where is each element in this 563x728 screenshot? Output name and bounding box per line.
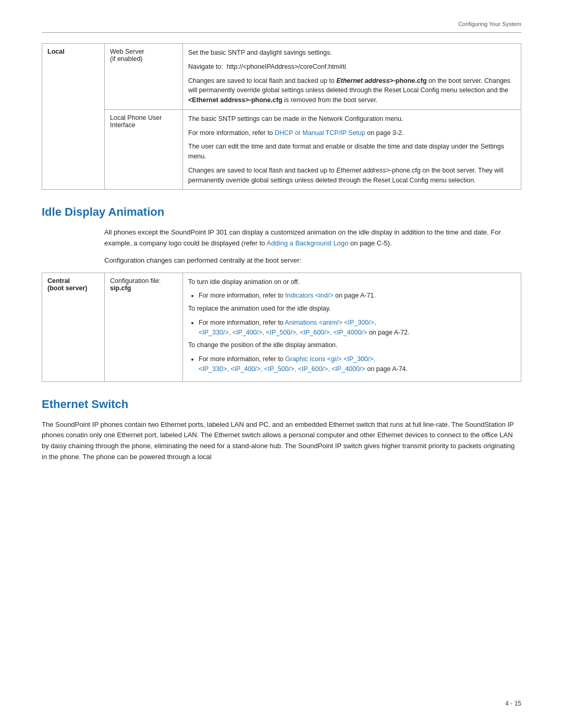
local-settings-table: Local Web Server(if enabled) Set the bas… — [42, 43, 521, 190]
desc-para-2: Navigate to: http://<phoneIPAddress>/cor… — [188, 62, 516, 72]
source-label: Local — [47, 48, 65, 55]
list-item: For more information, refer to Animation… — [199, 318, 516, 338]
idle-bullet-list-2: For more information, refer to Animation… — [199, 318, 516, 338]
idle-desc-1: To turn idle display animation on or off… — [188, 277, 516, 287]
idle-bullet-list-3: For more information, refer to Graphic I… — [199, 354, 516, 374]
source-cell-central: Central (boot server) — [42, 273, 105, 381]
section-ethernet: Ethernet Switch The SoundPoint IP phones… — [42, 398, 521, 463]
central-label: Central — [47, 277, 70, 285]
animations-link[interactable]: Animations <anim/> <IP_300/>,<IP_330/>, … — [199, 319, 376, 336]
desc-para-3: Changes are saved to local flash and bac… — [188, 76, 516, 105]
header-text: Configuring Your System — [458, 21, 521, 27]
list-item: For more information, refer to Indicator… — [199, 291, 516, 301]
method-cell-sipcfg: Configuration file: sip.cfg — [105, 273, 183, 381]
desc-local-1: The basic SNTP settings can be made in t… — [188, 114, 516, 124]
method-cell-localphone: Local Phone UserInterface — [105, 109, 183, 190]
desc-local-2: For more information, refer to DHCP or M… — [188, 128, 516, 138]
desc-cell-idle: To turn idle display animation on or off… — [183, 273, 521, 381]
table-row: Local Web Server(if enabled) Set the bas… — [42, 44, 521, 110]
desc-local-4: Changes are saved to local flash and bac… — [188, 166, 516, 186]
idle-heading: Idle Display Animation — [42, 205, 521, 219]
ethernet-para: The SoundPoint IP phones contain two Eth… — [42, 419, 521, 463]
ethernet-heading: Ethernet Switch — [42, 398, 521, 411]
idle-config-table: Central (boot server) Configuration file… — [42, 273, 521, 382]
indicators-link[interactable]: Indicators <ind/> — [285, 292, 333, 299]
background-logo-link[interactable]: Adding a Background Logo — [266, 239, 348, 247]
idle-bullet-list-1: For more information, refer to Indicator… — [199, 291, 516, 301]
page-container: Configuring Your System Local Web Server… — [0, 0, 563, 728]
desc-cell-webserver: Set the basic SNTP and daylight savings … — [183, 44, 521, 110]
page-header: Configuring Your System — [42, 21, 521, 33]
graphic-icons-link[interactable]: Graphic Icons <gi/> <IP_300/>,<IP_330>, … — [199, 355, 375, 373]
idle-para-2: Configuration changes can performed cent… — [104, 255, 521, 266]
idle-desc-3: To change the position of the idle displ… — [188, 340, 516, 350]
method-cell-webserver: Web Server(if enabled) — [105, 44, 183, 110]
section-idle: Idle Display Animation All phones except… — [42, 205, 521, 266]
idle-desc-2: To replace the animation used for the id… — [188, 304, 516, 314]
desc-cell-localphone: The basic SNTP settings can be made in t… — [183, 109, 521, 190]
idle-para-1: All phones except the SoundPoint IP 301 … — [104, 227, 521, 249]
page-footer: 4 - 15 — [505, 700, 521, 707]
boot-server-label: (boot server) — [47, 285, 87, 292]
bold-italic-ethernet: Ethernet address — [336, 77, 389, 84]
italic-ethernet: Ethernet address — [336, 167, 386, 174]
sip-cfg-value: sip.cfg — [110, 285, 131, 292]
bold-ethernet-addr2: <Ethernet address>-phone.cfg — [188, 96, 283, 104]
page-number: 4 - 15 — [505, 700, 521, 707]
dhcp-link[interactable]: DHCP or Manual TCP/IP Setup — [275, 129, 365, 137]
method-webserver: Web Server(if enabled) — [110, 48, 144, 63]
config-file-label: Configuration file: — [110, 277, 161, 285]
table-row-central: Central (boot server) Configuration file… — [42, 273, 521, 381]
method-localphone: Local Phone UserInterface — [110, 114, 162, 129]
list-item: For more information, refer to Graphic I… — [199, 354, 516, 374]
desc-para-1: Set the basic SNTP and daylight savings … — [188, 48, 516, 58]
desc-local-3: The user can edit the time and date form… — [188, 142, 516, 162]
bold-phone-cfg: >-phone.cfg — [389, 77, 426, 84]
source-cell-local: Local — [42, 44, 105, 190]
table-row: Local Phone UserInterface The basic SNTP… — [42, 109, 521, 190]
